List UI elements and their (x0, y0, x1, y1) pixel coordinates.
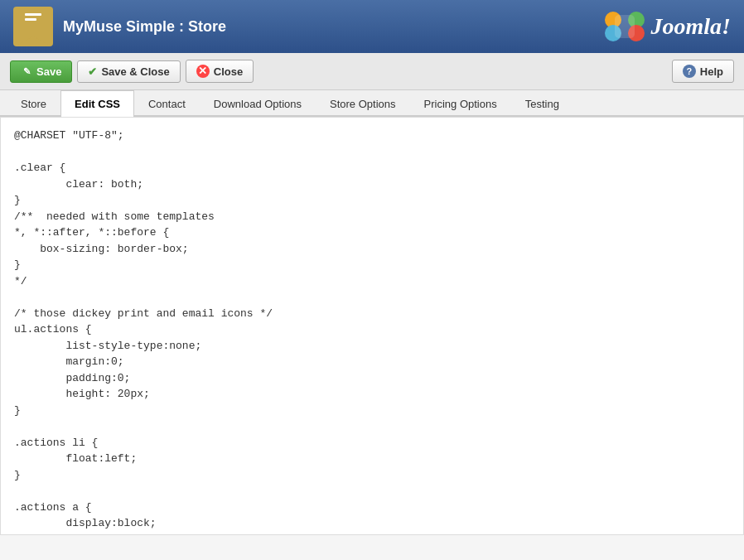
help-icon: ? (683, 65, 696, 78)
help-button[interactable]: ? Help (672, 60, 734, 83)
app-logo (13, 7, 53, 46)
tab-store-options[interactable]: Store Options (316, 90, 410, 117)
tab-download-options[interactable]: Download Options (200, 90, 316, 117)
save-close-label: Save & Close (101, 65, 169, 78)
save-close-button[interactable]: ✔ Save & Close (77, 60, 180, 83)
tab-pricing-options[interactable]: Pricing Options (410, 90, 511, 117)
svg-rect-7 (615, 15, 635, 38)
tab-contact[interactable]: Contact (134, 90, 200, 117)
header-left: MyMuse Simple : Store (13, 7, 226, 46)
save-icon: ✎ (21, 65, 32, 77)
tab-testing[interactable]: Testing (511, 90, 573, 117)
tab-bar: Store Edit CSS Contact Download Options … (0, 90, 744, 117)
joomla-icon (603, 10, 646, 43)
toolbar: ✎ Save ✔ Save & Close ✕ Close ? Help (0, 53, 744, 90)
content-area (0, 117, 744, 535)
tab-store[interactable]: Store (7, 90, 60, 117)
logo-icon (18, 8, 48, 45)
svg-rect-1 (25, 13, 41, 16)
joomla-text: Joomla! (651, 13, 731, 40)
tab-edit-css[interactable]: Edit CSS (60, 90, 134, 117)
css-editor[interactable] (1, 118, 743, 532)
close-label: Close (214, 65, 243, 78)
help-label: Help (700, 65, 723, 78)
svg-rect-2 (25, 18, 36, 21)
close-icon: ✕ (196, 65, 210, 78)
page-title: MyMuse Simple : Store (63, 18, 226, 36)
close-button[interactable]: ✕ Close (186, 60, 254, 83)
save-label: Save (36, 65, 61, 78)
save-button[interactable]: ✎ Save (10, 60, 72, 83)
check-icon: ✔ (88, 65, 97, 78)
header: MyMuse Simple : Store Joomla! (0, 0, 744, 53)
joomla-logo: Joomla! (603, 10, 731, 43)
